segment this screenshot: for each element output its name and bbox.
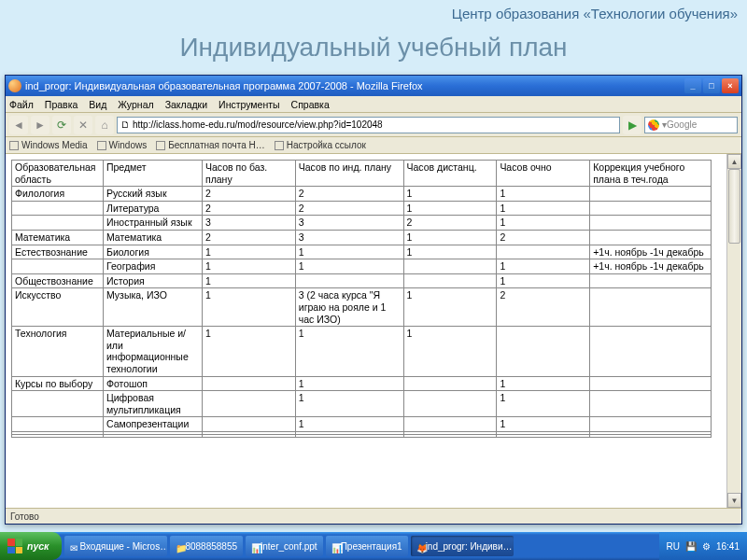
table-cell: 3 — [295, 230, 403, 245]
vertical-scrollbar[interactable]: ▲ ▼ — [726, 154, 741, 508]
task-item[interactable]: 📁8088858855 — [170, 536, 243, 556]
table-cell — [202, 376, 295, 391]
table-cell — [590, 216, 712, 231]
table-cell: Материальные и/или информационные технол… — [103, 327, 202, 376]
slide-title: Индивидуальный учебный план — [0, 33, 747, 63]
scroll-thumb[interactable] — [728, 169, 740, 244]
table-cell — [590, 417, 712, 432]
table-cell: 2 — [497, 230, 590, 245]
table-cell — [590, 187, 712, 202]
table-cell — [590, 230, 712, 245]
titlebar[interactable]: ind_progr: Индивидуальная образовательна… — [6, 76, 741, 96]
table-cell: 1 — [403, 230, 497, 245]
back-button[interactable]: ◄ — [9, 116, 28, 134]
menu-history[interactable]: Журнал — [118, 99, 153, 110]
table-cell — [590, 376, 712, 391]
close-button[interactable]: × — [722, 78, 739, 93]
bookmark-item[interactable]: Windows Media — [9, 140, 88, 150]
table-cell: 2 — [202, 201, 295, 216]
table-cell — [403, 417, 497, 432]
scroll-down-button[interactable]: ▼ — [727, 493, 741, 508]
windows-icon — [7, 539, 22, 553]
menu-help[interactable]: Справка — [291, 99, 330, 110]
table-cell: 3 — [295, 216, 403, 231]
system-tray[interactable]: RU 💾 ⚙ 16:41 — [659, 532, 747, 560]
table-cell — [590, 288, 712, 327]
menu-edit[interactable]: Правка — [45, 99, 78, 110]
menu-tools[interactable]: Инструменты — [218, 99, 279, 110]
table-cell — [590, 327, 712, 376]
table-cell: 1 — [202, 327, 295, 376]
table-cell: География — [103, 259, 202, 274]
table-cell: История — [103, 273, 202, 288]
table-header: Коррекция учебного плана в теч.года — [590, 161, 712, 187]
table-cell — [295, 273, 403, 288]
table-row: Цифровая мультипликация11 — [12, 391, 712, 417]
table-cell: Курсы по выбору — [12, 376, 104, 391]
task-item-active[interactable]: 🦊ind_progr: Индиви… — [411, 536, 514, 556]
url-input[interactable]: 🗋http://iclass.home-edu.ru/mod/resource/… — [117, 117, 620, 133]
table-row: ФилологияРусский язык2211 — [12, 187, 712, 202]
table-cell: 2 — [295, 187, 403, 202]
menu-view[interactable]: Вид — [89, 99, 106, 110]
table-cell: 2 — [202, 187, 295, 202]
table-cell: 1 — [497, 417, 590, 432]
table-cell: Обществознание — [12, 273, 104, 288]
table-cell: Естествознание — [12, 245, 104, 259]
minimize-button[interactable]: _ — [684, 78, 701, 93]
language-indicator[interactable]: RU — [667, 541, 680, 552]
table-cell: Фотошоп — [103, 376, 202, 391]
menu-file[interactable]: Файл — [9, 99, 34, 110]
table-header: Часов дистанц. — [403, 161, 497, 187]
table-row — [12, 434, 712, 437]
table-cell: 1 — [497, 187, 590, 202]
menu-bookmarks[interactable]: Закладки — [165, 99, 207, 110]
bookmark-item[interactable]: Настройка ссылок — [275, 140, 366, 150]
table-cell — [12, 434, 104, 437]
table-header: Часов по баз. плану — [202, 161, 295, 187]
go-button[interactable]: ▶ — [623, 116, 641, 134]
table-cell: 1 — [403, 201, 497, 216]
bookmark-item[interactable]: Windows — [97, 140, 148, 150]
home-button[interactable]: ⌂ — [95, 116, 114, 134]
table-cell — [403, 259, 497, 274]
table-cell: 1 — [295, 391, 403, 417]
slide-header: Центр образования «Технологии обучения» — [452, 6, 738, 21]
table-cell — [590, 201, 712, 216]
table-row: ЕстествознаниеБиология111+1ч. ноябрь -1ч… — [12, 245, 712, 259]
table-cell — [403, 391, 497, 417]
maximize-button[interactable]: □ — [703, 78, 720, 93]
taskbar: пуск ✉Входящие - Micros… 📁8088858855 📊in… — [0, 532, 747, 560]
table-cell: 1 — [202, 288, 295, 327]
content-area: Образовательная областьПредметЧасов по б… — [6, 154, 741, 508]
table-row: ИскусствоМузыка, ИЗО13 (2 часа курса "Я … — [12, 288, 712, 327]
table-row: Литература2211 — [12, 201, 712, 216]
table-cell: Музыка, ИЗО — [103, 288, 202, 327]
stop-button[interactable]: ✕ — [74, 116, 92, 134]
table-cell — [12, 259, 104, 274]
bookmark-item[interactable]: Бесплатная почта H… — [156, 140, 265, 150]
table-cell: Математика — [12, 230, 104, 245]
task-item[interactable]: 📊Презентация1 — [326, 536, 408, 556]
forward-button[interactable]: ► — [31, 116, 49, 134]
table-cell: 1 — [202, 245, 295, 259]
table-cell: Русский язык — [103, 187, 202, 202]
nav-toolbar: ◄ ► ⟳ ✕ ⌂ 🗋http://iclass.home-edu.ru/mod… — [6, 113, 741, 137]
table-cell: Литература — [103, 201, 202, 216]
table-cell: 1 — [202, 273, 295, 288]
scroll-up-button[interactable]: ▲ — [727, 154, 741, 169]
task-item[interactable]: ✉Входящие - Micros… — [64, 536, 167, 556]
table-cell: Биология — [103, 245, 202, 259]
reload-button[interactable]: ⟳ — [52, 116, 71, 134]
tray-icon[interactable]: ⚙ — [702, 541, 711, 552]
curriculum-table: Образовательная областьПредметЧасов по б… — [11, 160, 712, 438]
tray-icon[interactable]: 💾 — [685, 541, 697, 552]
bookmark-bar: Windows Media Windows Бесплатная почта H… — [6, 137, 741, 154]
clock[interactable]: 16:41 — [716, 541, 740, 552]
search-input[interactable]: ▾ Google — [644, 117, 738, 133]
task-item[interactable]: 📊inter_conf.ppt — [246, 536, 323, 556]
start-button[interactable]: пуск — [0, 532, 62, 560]
table-header: Часов очно — [497, 161, 590, 187]
table-cell: 1 — [403, 245, 497, 259]
table-header: Часов по инд. плану — [295, 161, 403, 187]
